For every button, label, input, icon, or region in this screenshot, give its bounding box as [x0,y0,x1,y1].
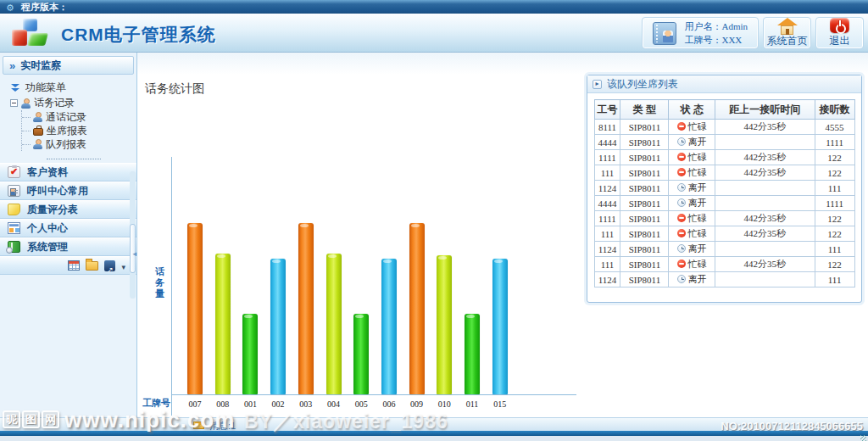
busy-icon [677,214,686,222]
queue-panel-header: 该队列坐席列表 [587,75,861,93]
id-card-icon [8,185,20,197]
expand-arrow-icon[interactable] [593,80,602,89]
cell-agent-id: 1124 [594,242,620,257]
cell-type: SIP8011 [620,226,669,242]
cell-type: SIP8011 [620,120,669,135]
bar-001 [242,314,258,394]
user-lines: 用户名：Admin 工牌号：XXX [684,20,748,47]
column-header: 状 态 [669,100,715,120]
cell-last-answer [715,242,815,257]
y-axis-label: 话务量 [154,266,165,299]
agent-row: 111SIP8011忙碌442分35秒122 [594,257,854,272]
agent-row: 1111SIP8011忙碌442分35秒122 [594,150,854,165]
launch-arrow-icon[interactable] [104,260,115,271]
resize-grip-icon[interactable] [860,435,866,441]
dotted-separator [47,159,101,159]
cell-answered: 111 [815,272,854,287]
bar-005 [353,314,369,394]
tree-item-agent-report[interactable]: 坐席报表 [22,124,136,137]
agent-row: 1111SIP8011忙碌442分35秒122 [594,211,854,226]
sidebar-item-system-admin[interactable]: 系统管理 [0,237,136,256]
cell-status: 忙碌 [669,120,715,135]
cell-last-answer [715,272,815,287]
sidebar-item-personal-center[interactable]: 个人中心 [0,219,136,237]
logout-button[interactable]: 退出 [815,17,864,49]
cell-answered: 122 [815,150,854,165]
app-header: CRM电子管理系统 用户名：Admin 工牌号：XXX 系统首页 退出 [0,14,868,53]
table-header-row: 工号类 型状 态距上一接听时间接听数 [594,100,854,120]
home-button-label: 系统首页 [767,34,808,48]
tree-item-call-log[interactable]: 通话记录 [22,110,136,124]
cell-last-answer: 442分35秒 [715,120,815,135]
tree-item-label: 通话记录 [46,110,86,125]
status-bar: 消息:1 [0,417,868,431]
folder-icon[interactable] [86,261,98,271]
person-icon [33,112,42,122]
away-icon [677,183,686,192]
topbar: 程序版本： [0,0,868,14]
home-roof [777,18,798,25]
collapse-left-icon[interactable] [132,244,136,260]
bar-008 [215,254,231,394]
cell-answered: 111 [815,181,854,196]
calendar-grid-icon[interactable] [68,260,80,271]
tree-root-function-menu[interactable]: 功能菜单 [10,81,136,95]
column-header: 接听数 [815,100,854,120]
sidebar: 实时监察 功能菜单 话务记录 通话记录坐席报表队列报表 客户资料呼叫中心常用质量… [0,53,137,417]
cell-agent-id: 1124 [594,272,620,287]
busy-icon [677,122,686,131]
cell-status: 忙碌 [669,257,715,272]
agent-row: 4444SIP8011离开1111 [594,135,854,150]
header-right: 用户名：Admin 工牌号：XXX 系统首页 退出 [642,17,864,49]
agent-row: 1124SIP8011离开111 [594,242,854,257]
sidebar-item-label: 质量评分表 [27,203,78,217]
tree-group-label: 话务记录 [34,96,75,110]
tree-root-label: 功能菜单 [25,81,66,95]
caret-down-icon[interactable] [121,258,125,273]
queue-agent-panel: 该队列坐席列表 工号类 型状 态距上一接听时间接听数 8111SIP8011忙碌… [587,75,862,303]
cell-status: 离开 [669,272,715,287]
bar-015 [492,259,508,394]
sidebar-scrollbar[interactable] [130,171,136,299]
collapse-minus-icon[interactable] [10,99,18,107]
home-icon [776,18,798,33]
column-header: 工号 [594,100,620,120]
bar-009 [409,223,425,394]
gear-icon [6,2,16,12]
tree-item-queue-report[interactable]: 队列报表 [22,137,136,151]
busy-icon [677,168,686,176]
busy-icon [677,229,686,237]
sidebar-item-call-center-common[interactable]: 呼叫中心常用 [0,181,136,200]
note-icon [8,204,20,215]
user-name: 用户名：Admin [684,20,748,33]
tree-group-call-records[interactable]: 话务记录 [10,96,136,110]
sidebar-item-label: 系统管理 [27,240,68,254]
cell-agent-id: 111 [594,226,620,242]
queue-panel-title: 该队列坐席列表 [607,77,678,92]
cell-agent-id: 4444 [594,135,620,150]
home-door [786,29,789,35]
cell-last-answer: 442分35秒 [715,226,815,242]
bottom-edge [0,436,868,441]
crm-app: { "topbar": { "version_label": "程序版本：" }… [0,0,868,441]
sidebar-item-quality-score-sheet[interactable]: 质量评分表 [0,200,136,219]
sidebar-header-realtime-monitor[interactable]: 实时监察 [3,56,134,75]
cell-answered: 122 [815,165,854,181]
cell-answered: 1111 [815,196,854,211]
main-content: 话务统计图 话务量 工牌号 00700800100200300400500600… [137,53,868,417]
cell-last-answer: 442分35秒 [715,150,815,165]
agent-row: 111SIP8011忙碌442分35秒122 [594,165,854,181]
cell-type: SIP8011 [620,211,669,226]
busy-icon [677,153,686,161]
envelope-icon[interactable] [193,421,204,429]
bar-category-label: 015 [483,399,517,409]
bar-chart: 007008001002003004005006009010011015 [171,157,576,395]
column-header: 距上一接听时间 [715,100,815,120]
cell-status: 离开 [669,181,715,196]
sidebar-item-customer-info[interactable]: 客户资料 [0,163,136,181]
home-button[interactable]: 系统首页 [763,17,811,49]
cell-status: 忙碌 [669,226,715,242]
cell-agent-id: 1111 [594,150,620,165]
column-header: 类 型 [620,100,669,120]
cell-answered: 1111 [815,135,854,150]
